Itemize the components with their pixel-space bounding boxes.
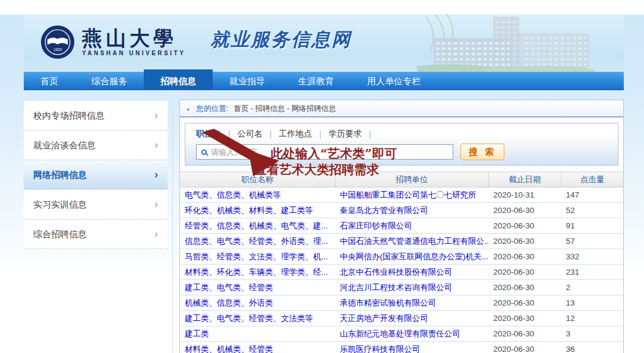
- search-filter-tab[interactable]: 公司名: [238, 129, 263, 139]
- job-clicks-cell: 12: [561, 311, 623, 326]
- job-position-link[interactable]: 建工类: [185, 329, 209, 338]
- search-filter-tab[interactable]: 学历要求: [329, 129, 362, 139]
- job-clicks-cell: 13: [561, 295, 623, 311]
- nav-item[interactable]: 就业指导: [213, 72, 282, 90]
- sidebar-item[interactable]: 综合招聘信息 ›: [24, 220, 168, 249]
- header-position: 职位名称: [180, 172, 335, 187]
- job-deadline-cell: 2020-06-30: [488, 203, 561, 218]
- job-row: 电气类、信息类、机械类等 中国船舶重工集团公司第七〇七研究所 2020-10-3…: [180, 187, 623, 203]
- sidebar-item[interactable]: 就业洽谈会信息 ›: [24, 131, 168, 160]
- job-row: 材料类、机械类、经管类 乐凯医疗科技有限公司 2020-06-30 36: [180, 342, 623, 353]
- job-position-cell: 材料类、机械类、经管类: [180, 342, 335, 353]
- job-deadline-cell: 2020-10-31: [488, 187, 561, 203]
- job-clicks-cell: 3: [561, 326, 623, 342]
- search-filter-tab[interactable]: 工作地点: [279, 129, 312, 139]
- job-company-link[interactable]: 承德市精密试验机有限公司: [340, 298, 436, 307]
- nav-item-label: 用人单位专栏: [367, 76, 421, 86]
- job-row: 马哲类、经管类、文法类、理学类、机... 中央网信办(国家互联网信息办公室)机关…: [180, 249, 623, 265]
- job-position-link[interactable]: 环化类、机械类、材料类、建工类等: [185, 206, 313, 215]
- job-position-link[interactable]: 建工类、电气类、经管类、文法类等: [185, 314, 313, 323]
- job-company-cell: 河北吉川工程技术咨询有限公司: [335, 280, 488, 295]
- search-filter-tab[interactable]: 职位名: [196, 129, 221, 139]
- job-company-cell: 乐凯医疗科技有限公司: [335, 342, 488, 353]
- job-company-cell: 秦皇岛北方管业有限公司: [335, 203, 488, 218]
- job-position-link[interactable]: 经管类、信息类、机械类、电气类、建...: [185, 221, 328, 230]
- job-clicks-cell: 2: [561, 280, 623, 295]
- nav-item[interactable]: 招聘信息: [144, 69, 213, 90]
- page: 1920 燕山大學 YANSHAN UNIVERSITY 就业服务信息网 首页 …: [0, 0, 644, 353]
- job-position-cell: 信息类、电气类、经管类、外语类、理...: [180, 234, 335, 249]
- job-company-link[interactable]: 中国石油天然气管道通信电力工程有限公...: [340, 237, 488, 246]
- nav-item-label: 就业指导: [229, 76, 265, 86]
- jobs-table-header: 职位名称 招聘单位 截止日期 点击量: [180, 172, 623, 187]
- job-row: 机械类、信息类、外语类 承德市精密试验机有限公司 2020-06-30 13: [180, 295, 623, 311]
- job-company-link[interactable]: 秦皇岛北方管业有限公司: [340, 206, 428, 215]
- nav-item[interactable]: 综合服务: [75, 72, 144, 90]
- sidebar-item[interactable]: 实习实训信息 ›: [24, 190, 168, 220]
- job-company-link[interactable]: 山东新纪元地基处理有限责任公司: [340, 329, 460, 338]
- nav-item-label: 综合服务: [91, 76, 127, 86]
- job-row: 经管类、信息类、机械类、电气类、建... 石家庄印钞有限公司 2020-06-3…: [180, 218, 623, 234]
- chevron-right-icon: ›: [154, 190, 158, 219]
- search-button[interactable]: 搜 索: [460, 144, 504, 160]
- job-deadline-cell: 2020-06-30: [488, 265, 561, 280]
- sidebar-item-label: 实习实训信息: [33, 190, 87, 219]
- job-position-link[interactable]: 材料类、机械类、经管类: [185, 345, 273, 353]
- job-position-cell: 经管类、信息类、机械类、电气类、建...: [180, 218, 335, 234]
- nav-item[interactable]: 用人单位专栏: [351, 72, 437, 90]
- chevron-right-icon: ›: [154, 220, 158, 249]
- job-company-cell: 山东新纪元地基处理有限责任公司: [335, 326, 488, 342]
- job-position-cell: 电气类、信息类、机械类等: [180, 187, 335, 203]
- breadcrumb-path[interactable]: 首页 - 招聘信息 - 网络招聘信息: [233, 104, 336, 113]
- university-name: 燕山大學 YANSHAN UNIVERSITY: [82, 28, 185, 56]
- job-row: 建工类、电气类、经管类、文法类等 天正房地产开发有限公司 2020-06-30 …: [180, 311, 623, 326]
- job-row: 建工类、电气类、经管类 河北吉川工程技术咨询有限公司 2020-06-30 2: [180, 280, 623, 295]
- job-position-cell: 机械类、信息类、外语类: [180, 295, 335, 311]
- sidebar-item[interactable]: 网络招聘信息 ›: [24, 160, 168, 190]
- university-name-en: YANSHAN UNIVERSITY: [82, 50, 185, 56]
- search-filter-tabs: 职位名 | 公司名 | 工作地点 | 学历要求: [185, 123, 618, 141]
- job-company-link[interactable]: 乐凯医疗科技有限公司: [340, 345, 420, 353]
- tab-separator: |: [228, 129, 231, 139]
- job-position-link[interactable]: 马哲类、经管类、文法类、理学类、机...: [185, 252, 328, 261]
- breadcrumb: ▸ 您的位置: 首页 - 招聘信息 - 网络招聘信息: [180, 100, 623, 117]
- job-company-link[interactable]: 河北吉川工程技术咨询有限公司: [340, 283, 452, 292]
- university-seal-logo: 1920: [40, 25, 75, 59]
- job-clicks-cell: 231: [561, 265, 623, 280]
- sidebar-item[interactable]: 校内专场招聘信息 ›: [24, 101, 168, 131]
- job-position-link[interactable]: 电气类、信息类、机械类等: [185, 190, 281, 199]
- header-banner: 1920 燕山大學 YANSHAN UNIVERSITY 就业服务信息网: [24, 14, 624, 72]
- job-row: 信息类、电气类、经管类、外语类、理... 中国石油天然气管道通信电力工程有限公.…: [180, 234, 623, 249]
- job-clicks-cell: 147: [561, 187, 623, 203]
- job-company-link[interactable]: 石家庄印钞有限公司: [340, 221, 412, 230]
- job-company-cell: 天正房地产开发有限公司: [335, 311, 488, 326]
- job-deadline-cell: 2020-06-30: [488, 218, 561, 234]
- brand: 1920 燕山大學 YANSHAN UNIVERSITY 就业服务信息网: [40, 25, 352, 59]
- header-clicks: 点击量: [561, 172, 623, 187]
- search-panel: 职位名 | 公司名 | 工作地点 | 学历要求: [185, 123, 618, 166]
- job-company-link[interactable]: 中国船舶重工集团公司第七〇七研究所: [340, 190, 476, 199]
- job-company-link[interactable]: 北京中石伟业科技股份有限公司: [340, 268, 452, 276]
- job-position-link[interactable]: 信息类、电气类、经管类、外语类、理...: [185, 237, 328, 246]
- job-position-cell: 建工类、电气类、经管类: [180, 280, 335, 295]
- job-row: 材料类、环化类、车辆类、理学类、经... 北京中石伟业科技股份有限公司 2020…: [180, 265, 623, 280]
- nav-item[interactable]: 首页: [24, 72, 75, 90]
- nav-item-label: 首页: [40, 76, 58, 86]
- search-field[interactable]: [196, 144, 453, 160]
- content-panel: ▸ 您的位置: 首页 - 招聘信息 - 网络招聘信息 职位名 | 公司名 |: [179, 100, 624, 353]
- job-position-link[interactable]: 机械类、信息类、外语类: [185, 298, 273, 307]
- nav-item[interactable]: 生涯教育: [282, 72, 351, 90]
- job-company-cell: 石家庄印钞有限公司: [335, 218, 488, 234]
- job-position-link[interactable]: 材料类、环化类、车辆类、理学类、经...: [185, 268, 328, 276]
- job-deadline-cell: 2020-06-30: [488, 311, 561, 326]
- breadcrumb-arrow-icon: ▸: [187, 106, 190, 112]
- job-position-link[interactable]: 建工类、电气类、经管类: [185, 283, 273, 292]
- job-company-link[interactable]: 天正房地产开发有限公司: [340, 314, 428, 323]
- job-deadline-cell: 2020-06-30: [488, 280, 561, 295]
- keyword-input[interactable]: [211, 148, 448, 157]
- chevron-right-icon: ›: [154, 131, 158, 160]
- chevron-right-icon: ›: [154, 160, 158, 189]
- university-name-cn: 燕山大學: [82, 28, 185, 48]
- job-clicks-cell: 332: [561, 249, 623, 265]
- job-company-link[interactable]: 中央网信办(国家互联网信息办公室)机关...: [340, 252, 488, 261]
